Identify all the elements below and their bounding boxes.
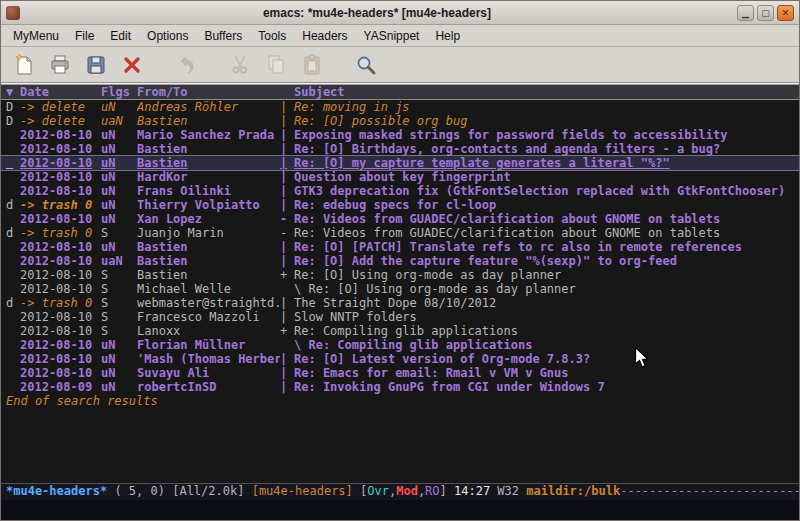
- message-thread-separator: |: [280, 100, 294, 114]
- close-icon[interactable]: [117, 51, 147, 79]
- message-from: Juanjo Marin: [137, 226, 280, 240]
- cut-icon[interactable]: [225, 51, 255, 79]
- message-row[interactable]: 2012-08-10 S Michael Welle \ Re: [O] Usi…: [1, 282, 799, 296]
- print-icon[interactable]: [45, 51, 75, 79]
- message-date: 2012-08-10: [20, 184, 101, 198]
- menu-item-headers[interactable]: Headers: [294, 26, 355, 46]
- message-subject: Question about key fingerprint: [294, 170, 799, 184]
- message-thread-separator: |: [280, 366, 294, 380]
- message-from: Bastien: [137, 114, 280, 128]
- message-date: 2012-08-10: [20, 128, 101, 142]
- message-date: -> trash 0: [20, 198, 101, 212]
- message-flags: S: [101, 296, 137, 310]
- message-from: Florian Müllner: [137, 338, 280, 352]
- message-subject: Re: Invoking GnuPG from CGI under Window…: [294, 380, 799, 394]
- column-header-flags[interactable]: Flgs: [101, 85, 137, 99]
- menu-item-yasnippet[interactable]: YASnippet: [356, 26, 428, 46]
- column-header-date[interactable]: Date: [20, 85, 101, 99]
- message-flags: uN: [101, 352, 137, 366]
- message-flags: uN: [101, 198, 137, 212]
- message-row[interactable]: 2012-08-10 uN Bastien | Re: [O] Birthday…: [1, 142, 799, 156]
- title-bar[interactable]: emacs: *mu4e-headers* [mu4e-headers] ▁ ▢…: [1, 1, 799, 25]
- message-row[interactable]: 2012-08-10 uN 'Mash (Thomas Herbert) | R…: [1, 352, 799, 366]
- sort-direction-icon[interactable]: ▼: [6, 85, 20, 99]
- message-mark: [6, 310, 20, 324]
- menu-item-file[interactable]: File: [67, 26, 102, 46]
- message-row[interactable]: d -> trash 0 S webmaster@straightd... | …: [1, 296, 799, 310]
- menu-bar: MyMenuFileEditOptionsBuffersToolsHeaders…: [1, 25, 799, 47]
- menu-item-mymenu[interactable]: MyMenu: [5, 26, 67, 46]
- echo-area[interactable]: [1, 500, 799, 520]
- message-subject: Exposing masked strings for password fie…: [294, 128, 799, 142]
- message-thread-separator: |: [280, 198, 294, 212]
- minimize-button[interactable]: ▁: [737, 5, 754, 21]
- menu-item-buffers[interactable]: Buffers: [196, 26, 250, 46]
- paste-icon[interactable]: [297, 51, 327, 79]
- message-mark: [6, 128, 20, 142]
- message-row[interactable]: 2012-08-10 uN Bastien | Re: [O] [PATCH] …: [1, 240, 799, 254]
- modeline-segment: Ovr: [367, 484, 389, 498]
- message-mark: [6, 156, 20, 170]
- maximize-button[interactable]: ▢: [757, 5, 774, 21]
- message-flags: uN: [101, 212, 137, 226]
- copy-icon[interactable]: [261, 51, 291, 79]
- message-thread-separator: |: [280, 128, 294, 142]
- message-row[interactable]: 2012-08-10 uN Frans Oilinki | GTK3 depre…: [1, 184, 799, 198]
- new-file-icon[interactable]: [9, 51, 39, 79]
- message-flags: uN: [101, 240, 137, 254]
- message-thread-separator: |: [280, 156, 294, 170]
- mouse-cursor: [634, 347, 650, 369]
- message-list: D -> delete uN Andreas Röhler | Re: movi…: [1, 100, 799, 394]
- message-from: Bastien: [137, 142, 280, 156]
- message-from: Frans Oilinki: [137, 184, 280, 198]
- message-row[interactable]: 2012-08-10 uN Mario Sanchez Prada | Expo…: [1, 128, 799, 142]
- message-thread-separator: |: [280, 184, 294, 198]
- message-thread-separator: |: [280, 254, 294, 268]
- empty-buffer-space: [1, 408, 799, 483]
- message-row[interactable]: d -> trash 0 uN Thierry Volpiatto | Re: …: [1, 198, 799, 212]
- message-row[interactable]: 2012-08-10 S Bastien + Re: [O] Using org…: [1, 268, 799, 282]
- message-row[interactable]: 2012-08-10 uN HardKor | Question about k…: [1, 170, 799, 184]
- message-mark: [6, 338, 20, 352]
- message-thread-separator: |: [280, 310, 294, 324]
- mode-line[interactable]: *mu4e-headers* ( 5, 0) [All/2.0k] [mu4e-…: [1, 483, 799, 500]
- menu-item-edit[interactable]: Edit: [102, 26, 139, 46]
- message-flags: uN: [101, 338, 137, 352]
- message-mark: [6, 352, 20, 366]
- message-flags: uN: [101, 380, 137, 394]
- message-row[interactable]: 2012-08-10 uN Bastien | Re: [O] my captu…: [1, 156, 799, 170]
- emacs-window: emacs: *mu4e-headers* [mu4e-headers] ▁ ▢…: [0, 0, 800, 521]
- message-subject: Re: edebug specs for cl-loop: [294, 198, 799, 212]
- menu-item-tools[interactable]: Tools: [250, 26, 294, 46]
- message-row[interactable]: d -> trash 0 S Juanjo Marin - Re: Videos…: [1, 226, 799, 240]
- menu-item-help[interactable]: Help: [427, 26, 468, 46]
- toolbar-separator: [153, 51, 171, 79]
- message-row[interactable]: 2012-08-10 S Lanoxx + Re: Compiling glib…: [1, 324, 799, 338]
- search-icon[interactable]: [351, 51, 381, 79]
- message-row[interactable]: 2012-08-10 uN Xan Lopez - Re: Videos fro…: [1, 212, 799, 226]
- message-from: Bastien: [137, 254, 280, 268]
- column-header-subject[interactable]: Subject: [294, 85, 799, 99]
- message-mark: [6, 184, 20, 198]
- message-mark: [6, 142, 20, 156]
- message-mark: [6, 366, 20, 380]
- message-flags: uaN: [101, 114, 137, 128]
- message-subject: \ Re: Compiling glib applications: [294, 338, 799, 352]
- message-from: Francesco Mazzoli: [137, 310, 280, 324]
- message-mark: [6, 212, 20, 226]
- buffer-area: ▼ Date Flgs From/To Subject D -> delete …: [1, 83, 799, 520]
- message-row[interactable]: 2012-08-10 S Francesco Mazzoli | Slow NN…: [1, 310, 799, 324]
- undo-icon[interactable]: [171, 51, 201, 79]
- message-row[interactable]: D -> delete uN Andreas Röhler | Re: movi…: [1, 100, 799, 114]
- save-icon[interactable]: [81, 51, 111, 79]
- message-row[interactable]: 2012-08-10 uaN Bastien | Re: [O] Add the…: [1, 254, 799, 268]
- message-row[interactable]: 2012-08-10 uN Suvayu Ali | Re: Emacs for…: [1, 366, 799, 380]
- column-header-from[interactable]: From/To: [137, 85, 280, 99]
- message-row[interactable]: 2012-08-09 uN robertcInSD | Re: Invoking…: [1, 380, 799, 394]
- message-subject: Re: Videos from GUADEC/clarification abo…: [294, 226, 799, 240]
- message-subject: Re: moving in js: [294, 100, 799, 114]
- message-row[interactable]: D -> delete uaN Bastien | Re: [O] possib…: [1, 114, 799, 128]
- close-button[interactable]: ✕: [777, 5, 794, 21]
- menu-item-options[interactable]: Options: [139, 26, 196, 46]
- message-row[interactable]: 2012-08-10 uN Florian Müllner \ Re: Comp…: [1, 338, 799, 352]
